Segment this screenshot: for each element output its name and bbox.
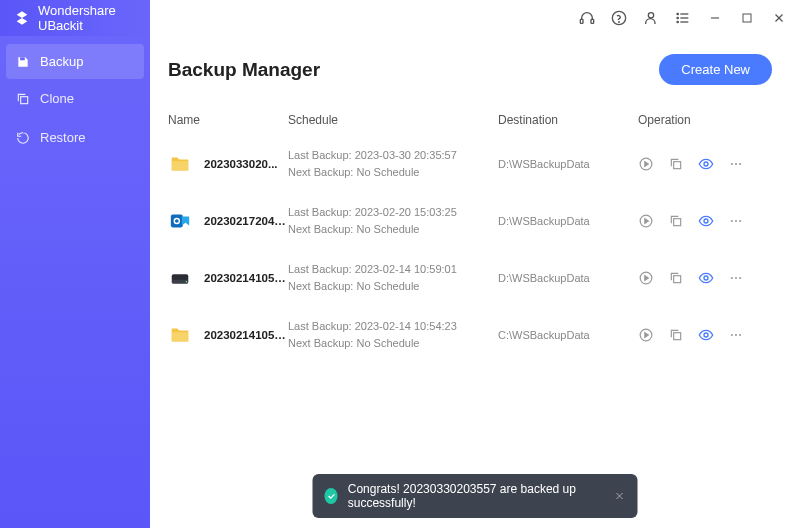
svg-point-47: [704, 333, 708, 337]
more-icon[interactable]: [728, 213, 744, 229]
svg-point-31: [731, 219, 733, 221]
row-destination: D:\WSBackupData: [498, 215, 638, 227]
row-destination: D:\WSBackupData: [498, 272, 638, 284]
backup-icon: [16, 55, 30, 69]
folder-icon: [168, 152, 192, 176]
clone-icon: [16, 92, 30, 106]
close-icon[interactable]: [770, 9, 788, 27]
svg-marker-18: [645, 161, 649, 166]
svg-point-8: [677, 13, 678, 14]
row-name: 20230214105901: [204, 272, 288, 284]
play-icon[interactable]: [638, 213, 654, 229]
table-row: 20230214105139Last Backup: 2023-02-14 10…: [168, 306, 772, 363]
svg-point-10: [677, 21, 678, 22]
row-name: 2023033020...: [204, 158, 288, 170]
app-logo-icon: [14, 10, 30, 26]
more-icon[interactable]: [728, 270, 744, 286]
sidebar-item-backup[interactable]: Backup: [6, 44, 144, 79]
toast-close-icon[interactable]: [614, 490, 626, 502]
eye-icon[interactable]: [698, 327, 714, 343]
sidebar-item-label: Restore: [40, 130, 86, 145]
minimize-icon[interactable]: [706, 9, 724, 27]
app-body: Backup Clone Restore Backup Manager Crea…: [0, 36, 800, 528]
main-header: Backup Manager Create New: [168, 54, 772, 85]
row-schedule: Last Backup: 2023-02-14 10:54:23Next Bac…: [288, 318, 498, 351]
help-icon[interactable]: [610, 9, 628, 27]
eye-icon[interactable]: [698, 270, 714, 286]
table-row: 20230217204855Last Backup: 2023-02-20 15…: [168, 192, 772, 249]
svg-point-23: [739, 162, 741, 164]
svg-point-41: [731, 276, 733, 278]
table-header: Name Schedule Destination Operation: [168, 105, 772, 135]
user-icon[interactable]: [642, 9, 660, 27]
play-icon[interactable]: [638, 327, 654, 343]
row-name: 20230217204855: [204, 215, 288, 227]
sidebar-item-restore[interactable]: Restore: [0, 118, 150, 157]
svg-point-9: [677, 17, 678, 18]
check-icon: [325, 488, 338, 504]
list-icon[interactable]: [674, 9, 692, 27]
toast: Congrats! 20230330203557 are backed up s…: [313, 474, 638, 518]
folder-icon: [168, 323, 192, 347]
svg-rect-19: [674, 161, 681, 168]
svg-marker-38: [645, 275, 649, 280]
svg-point-20: [704, 162, 708, 166]
sidebar-item-label: Clone: [40, 91, 74, 106]
row-operations: [638, 327, 772, 343]
more-icon[interactable]: [728, 327, 744, 343]
row-destination: D:\WSBackupData: [498, 158, 638, 170]
svg-point-49: [735, 333, 737, 335]
titlebar-controls: [578, 9, 788, 27]
eye-icon[interactable]: [698, 213, 714, 229]
app-title: Wondershare UBackit: [38, 3, 150, 33]
svg-rect-1: [591, 19, 594, 23]
svg-point-4: [648, 13, 653, 18]
more-icon[interactable]: [728, 156, 744, 172]
outlook-icon: [168, 209, 192, 233]
sidebar-item-label: Backup: [40, 54, 83, 69]
svg-marker-28: [645, 218, 649, 223]
play-icon[interactable]: [638, 156, 654, 172]
table-row: 20230214105901Last Backup: 2023-02-14 10…: [168, 249, 772, 306]
main-panel: Backup Manager Create New Name Schedule …: [150, 36, 800, 528]
create-new-button[interactable]: Create New: [659, 54, 772, 85]
copy-icon[interactable]: [668, 213, 684, 229]
eye-icon[interactable]: [698, 156, 714, 172]
svg-point-22: [735, 162, 737, 164]
svg-point-42: [735, 276, 737, 278]
disk-icon: [168, 266, 192, 290]
copy-icon[interactable]: [668, 270, 684, 286]
copy-icon[interactable]: [668, 156, 684, 172]
svg-point-30: [704, 219, 708, 223]
svg-rect-16: [21, 96, 28, 103]
row-schedule: Last Backup: 2023-02-20 15:03:25Next Bac…: [288, 204, 498, 237]
svg-point-21: [731, 162, 733, 164]
svg-point-33: [739, 219, 741, 221]
svg-point-48: [731, 333, 733, 335]
restore-icon: [16, 131, 30, 145]
headset-icon[interactable]: [578, 9, 596, 27]
sidebar: Backup Clone Restore: [0, 36, 150, 528]
svg-point-40: [704, 276, 708, 280]
col-schedule: Schedule: [288, 113, 498, 127]
svg-rect-39: [674, 275, 681, 282]
svg-rect-12: [743, 14, 751, 22]
row-destination: C:\WSBackupData: [498, 329, 638, 341]
svg-point-36: [186, 280, 187, 281]
svg-rect-15: [20, 57, 25, 60]
sidebar-item-clone[interactable]: Clone: [0, 79, 150, 118]
svg-point-26: [175, 219, 179, 223]
svg-marker-45: [645, 332, 649, 337]
table-row: 2023033020...Last Backup: 2023-03-30 20:…: [168, 135, 772, 192]
svg-point-50: [739, 333, 741, 335]
play-icon[interactable]: [638, 270, 654, 286]
copy-icon[interactable]: [668, 327, 684, 343]
svg-rect-0: [580, 19, 583, 23]
toast-text: Congrats! 20230330203557 are backed up s…: [348, 482, 596, 510]
table-body: 2023033020...Last Backup: 2023-03-30 20:…: [168, 135, 772, 363]
col-name: Name: [168, 113, 288, 127]
page-title: Backup Manager: [168, 59, 320, 81]
col-operation: Operation: [638, 113, 772, 127]
maximize-icon[interactable]: [738, 9, 756, 27]
col-destination: Destination: [498, 113, 638, 127]
